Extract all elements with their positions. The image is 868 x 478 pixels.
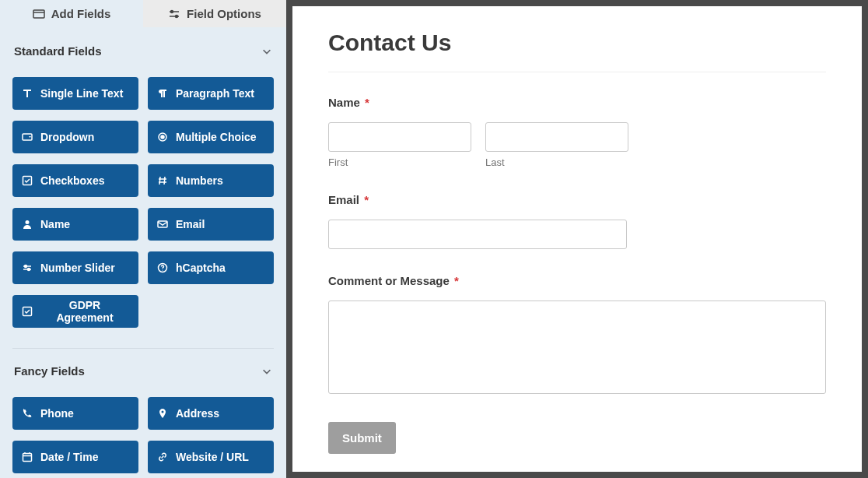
- first-name-input[interactable]: [328, 122, 471, 152]
- field-label: Website / URL: [176, 451, 249, 463]
- email-input[interactable]: [328, 220, 627, 249]
- field-grid-fancy: Phone Address Date / Time Website / URL: [0, 397, 286, 478]
- checkbox-icon: [22, 175, 33, 186]
- comment-textarea[interactable]: [328, 301, 826, 394]
- field-hcaptcha[interactable]: hCaptcha: [148, 251, 274, 284]
- field-paragraph-text[interactable]: Paragraph Text: [148, 77, 274, 110]
- svg-point-4: [171, 10, 173, 12]
- phone-icon: [22, 408, 33, 419]
- field-name-group: Name * First Last: [328, 96, 826, 168]
- section-title: Standard Fields: [14, 44, 102, 58]
- question-icon: [157, 262, 168, 273]
- sidebar-tabs: Add Fields Field Options: [0, 0, 286, 27]
- field-label: Name: [40, 218, 70, 230]
- checkbox-icon: [22, 306, 33, 317]
- field-label: Multiple Choice: [176, 131, 256, 143]
- section-standard: Standard Fields: [0, 27, 286, 77]
- field-email[interactable]: Email: [148, 208, 274, 241]
- slider-icon: [22, 262, 33, 273]
- chevron-down-icon: [261, 46, 272, 57]
- field-number-slider[interactable]: Number Slider: [12, 251, 138, 284]
- field-comment-group: Comment or Message *: [328, 274, 826, 397]
- field-label: Paragraph Text: [176, 87, 254, 100]
- field-checkboxes[interactable]: Checkboxes: [12, 164, 138, 197]
- section-title: Fancy Fields: [14, 364, 85, 378]
- field-label: GDPR Agreement: [40, 299, 129, 324]
- field-multiple-choice[interactable]: Multiple Choice: [148, 121, 274, 153]
- sidebar: Add Fields Field Options Standard Fields: [0, 0, 286, 478]
- required-marker: *: [364, 193, 369, 206]
- calendar-icon: [22, 452, 33, 462]
- tab-label: Field Options: [187, 7, 261, 20]
- field-options-icon: [168, 8, 180, 20]
- svg-rect-0: [33, 10, 44, 18]
- form-preview: Contact Us Name * First Last: [292, 6, 862, 472]
- required-marker: *: [365, 96, 369, 109]
- last-name-input[interactable]: [485, 122, 628, 152]
- first-name-sublabel: First: [328, 156, 471, 168]
- field-grid-standard: Single Line Text Paragraph Text Dropdown…: [0, 77, 286, 332]
- section-fancy: Fancy Fields: [0, 332, 286, 397]
- field-label: Address: [176, 407, 219, 420]
- field-gdpr-agreement[interactable]: GDPR Agreement: [12, 295, 138, 328]
- last-name-sublabel: Last: [485, 156, 628, 168]
- field-label: Dropdown: [40, 131, 94, 143]
- svg-point-21: [162, 269, 163, 270]
- email-label: Email *: [328, 193, 369, 206]
- field-numbers[interactable]: Numbers: [148, 164, 274, 197]
- svg-rect-24: [23, 454, 32, 462]
- form-title: Contact Us: [328, 30, 826, 72]
- svg-point-8: [161, 135, 164, 139]
- chevron-down-icon: [261, 366, 272, 377]
- name-label: Name *: [328, 96, 369, 109]
- user-icon: [22, 219, 33, 230]
- field-label: Numbers: [176, 174, 223, 187]
- link-icon: [157, 452, 168, 462]
- field-phone[interactable]: Phone: [12, 397, 138, 430]
- svg-line-10: [159, 177, 160, 185]
- svg-point-14: [26, 220, 30, 224]
- required-marker: *: [454, 274, 459, 287]
- svg-point-18: [25, 265, 27, 268]
- submit-button[interactable]: Submit: [328, 422, 396, 454]
- preview-frame: Contact Us Name * First Last: [286, 0, 868, 478]
- field-name[interactable]: Name: [12, 208, 138, 241]
- field-website-url[interactable]: Website / URL: [148, 441, 274, 473]
- field-label: Checkboxes: [40, 174, 104, 187]
- section-header-standard[interactable]: Standard Fields: [12, 38, 274, 69]
- hash-icon: [157, 175, 168, 186]
- field-label: Number Slider: [40, 262, 115, 274]
- svg-point-5: [176, 15, 178, 17]
- svg-point-19: [28, 269, 30, 271]
- add-fields-icon: [33, 8, 45, 20]
- svg-rect-15: [158, 221, 167, 227]
- text-icon: [22, 88, 33, 99]
- svg-line-11: [164, 177, 165, 185]
- tab-add-fields[interactable]: Add Fields: [0, 0, 143, 27]
- field-label: hCaptcha: [176, 262, 226, 274]
- envelope-icon: [157, 219, 168, 230]
- field-label: Single Line Text: [40, 87, 123, 100]
- field-label: Phone: [40, 407, 74, 420]
- field-label: Email: [176, 218, 205, 230]
- field-dropdown[interactable]: Dropdown: [12, 121, 138, 153]
- paragraph-icon: [157, 88, 168, 99]
- tab-field-options[interactable]: Field Options: [143, 0, 286, 27]
- comment-label: Comment or Message *: [328, 274, 459, 287]
- radio-icon: [157, 132, 168, 142]
- field-email-group: Email *: [328, 193, 826, 249]
- tab-label: Add Fields: [51, 7, 111, 20]
- field-label: Date / Time: [40, 451, 98, 463]
- map-pin-icon: [157, 408, 168, 419]
- section-header-fancy[interactable]: Fancy Fields: [12, 348, 274, 389]
- field-address[interactable]: Address: [148, 397, 274, 430]
- dropdown-icon: [22, 132, 33, 142]
- field-single-line-text[interactable]: Single Line Text: [12, 77, 138, 110]
- svg-point-23: [162, 411, 164, 413]
- field-date-time[interactable]: Date / Time: [12, 441, 138, 473]
